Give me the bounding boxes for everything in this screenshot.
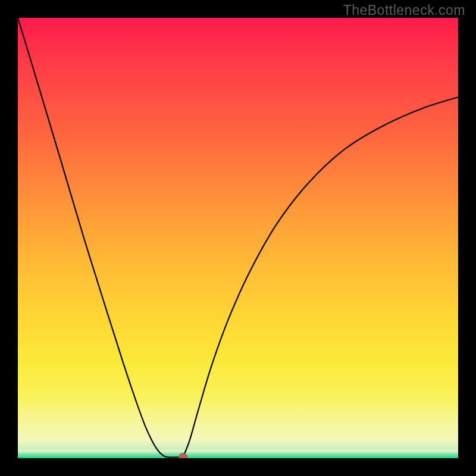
optimum-marker-dot: [179, 453, 187, 458]
chart-frame: TheBottleneck.com: [0, 0, 476, 476]
watermark-text: TheBottleneck.com: [343, 2, 465, 18]
plot-area: [18, 18, 458, 458]
curve-svg: [18, 18, 458, 458]
bottleneck-curve: [18, 18, 458, 458]
